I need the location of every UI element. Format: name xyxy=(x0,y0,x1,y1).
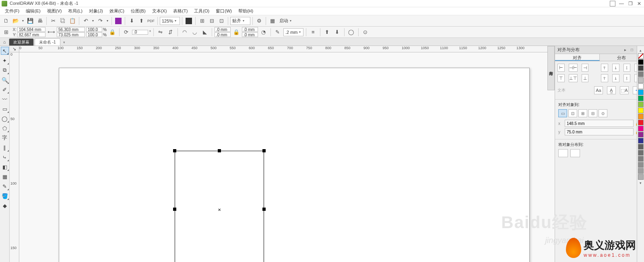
import-button[interactable]: ⬇ xyxy=(127,17,136,25)
smart-fill-tool[interactable]: ◆ xyxy=(1,202,9,210)
align-right-button[interactable]: ⊣ xyxy=(582,64,589,72)
color-swatch[interactable] xyxy=(638,71,644,77)
corner4-input[interactable]: .0 mm xyxy=(242,32,258,37)
open-button[interactable]: 📂 xyxy=(11,17,20,25)
text-first-line-button[interactable]: A̲ xyxy=(607,86,616,94)
redo-button[interactable]: ↷ xyxy=(96,17,105,25)
dist-to-page-button[interactable] xyxy=(570,149,580,157)
artistic-media-tool[interactable]: 〰 xyxy=(1,95,9,103)
menu-view[interactable]: 视图(V) xyxy=(44,7,65,15)
interactive-fill-tool[interactable]: 🪣 xyxy=(1,192,9,200)
show-guidelines-button[interactable]: ⊡ xyxy=(217,17,226,25)
home-icon[interactable]: ⌂ xyxy=(1,38,8,46)
search-content-button[interactable] xyxy=(115,18,122,24)
vertical-ruler[interactable]: 050100150 xyxy=(10,52,19,262)
center-marker[interactable]: ✕ xyxy=(218,208,221,212)
fullscreen-preview-button[interactable] xyxy=(186,18,192,24)
palette-down-icon[interactable]: ▾ xyxy=(640,181,642,185)
eyedropper-tool[interactable]: ✎ xyxy=(1,182,9,190)
new-button[interactable]: 🗋 xyxy=(2,17,10,25)
color-swatch[interactable] xyxy=(638,77,644,83)
minimize-button[interactable]: — xyxy=(618,0,625,7)
text-baseline-button[interactable]: Aa xyxy=(594,86,603,94)
show-grid-button[interactable]: ⊟ xyxy=(207,17,216,25)
paste-button[interactable]: 📋 xyxy=(68,17,77,25)
menu-edit[interactable]: 编辑(E) xyxy=(23,7,44,15)
angle-input[interactable]: .0 xyxy=(132,30,148,35)
width-input[interactable]: 56.303 mm xyxy=(57,27,85,32)
target-point[interactable]: ⊙ xyxy=(599,109,607,117)
scaley-input[interactable]: 100.0 xyxy=(86,32,102,37)
rectangle-shape[interactable] xyxy=(175,151,264,262)
target-page-edge[interactable]: ⊡ xyxy=(568,109,577,117)
color-swatch[interactable] xyxy=(638,150,644,156)
copy-button[interactable]: ⿻ xyxy=(58,17,67,25)
color-swatch[interactable] xyxy=(638,120,644,125)
dist-top-button[interactable]: ⫯ xyxy=(601,74,608,82)
dist-spacing-h-button[interactable]: ⫱ xyxy=(623,64,631,72)
menu-object[interactable]: 对象(J) xyxy=(86,7,106,15)
corner-round-button[interactable]: ◠ xyxy=(180,28,189,37)
color-swatch[interactable] xyxy=(638,83,644,89)
align-left-button[interactable]: ⊢ xyxy=(557,64,565,72)
selected-rectangle[interactable]: ✕ xyxy=(175,151,264,262)
help-icon[interactable] xyxy=(609,0,616,7)
launch-app-icon[interactable]: ▦ xyxy=(268,17,277,25)
to-back-button[interactable]: ⬇ xyxy=(333,28,342,37)
connector-tool[interactable]: ⤷ xyxy=(1,153,9,161)
target-active-objects[interactable]: ▭ xyxy=(558,109,567,117)
polygon-tool[interactable]: ⬠ xyxy=(1,124,9,132)
handle-top-right[interactable] xyxy=(262,149,266,152)
zoom-tool[interactable]: 🔍 xyxy=(1,76,9,84)
scalex-input[interactable]: 100.0 xyxy=(86,27,102,32)
menu-bitmaps[interactable]: 位图(B) xyxy=(128,7,149,15)
parallel-dim-tool[interactable]: ∥ xyxy=(1,143,9,152)
undo-button[interactable]: ↶ xyxy=(81,17,90,25)
dist-center-v-button[interactable]: ⫰ xyxy=(612,74,619,82)
color-swatch[interactable] xyxy=(638,138,644,143)
tab-align[interactable]: 对齐 xyxy=(555,54,600,61)
dist-to-selection-button[interactable] xyxy=(558,149,568,157)
height-input[interactable]: 73.025 mm xyxy=(57,32,85,37)
handle-top-mid[interactable] xyxy=(218,149,221,152)
menu-effects[interactable]: 效果(C) xyxy=(106,7,128,15)
tab-document[interactable]: 未命名 -1 xyxy=(35,38,60,46)
relative-corner-button[interactable]: ◔ xyxy=(259,28,268,37)
text-tool[interactable]: 字 xyxy=(1,134,9,142)
menu-file[interactable]: 文件(F) xyxy=(2,7,23,15)
corner2-input[interactable]: .0 mm xyxy=(215,32,231,37)
rectangle-tool[interactable]: ▭ xyxy=(1,105,9,113)
maximize-button[interactable]: ❐ xyxy=(627,0,634,7)
x-input[interactable]: 104.584 mm xyxy=(17,27,45,32)
menu-table[interactable]: 表格(T) xyxy=(170,7,191,15)
lock-ratio-button[interactable]: 🔒 xyxy=(108,28,117,37)
drop-shadow-tool[interactable]: ◧ xyxy=(1,163,9,171)
palette-up-icon[interactable]: ▴ xyxy=(640,48,642,52)
undo-dropdown[interactable]: ▾ xyxy=(91,17,95,25)
dist-left-button[interactable]: ⫯ xyxy=(601,64,608,72)
corner-lock-button[interactable]: 🔒 xyxy=(232,28,241,37)
docker-menu-icon[interactable]: ▸ xyxy=(622,47,628,53)
dist-center-h-button[interactable]: ⫰ xyxy=(612,64,619,72)
quick-custom-button[interactable]: ⊙ xyxy=(361,28,370,37)
tab-list-button[interactable]: ▾ xyxy=(61,39,68,46)
menu-help[interactable]: 帮助(H) xyxy=(235,7,256,15)
color-swatch[interactable] xyxy=(638,108,644,113)
align-center-h-button[interactable]: ⊣⊢ xyxy=(569,64,578,72)
export-button[interactable]: ⬆ xyxy=(137,17,146,25)
color-swatch[interactable] xyxy=(638,114,644,119)
shape-tool[interactable]: ✦ xyxy=(1,56,9,64)
print-button[interactable]: 🖶 xyxy=(35,17,44,25)
snap-combo[interactable]: 贴齐▾ xyxy=(230,17,250,25)
color-swatch[interactable] xyxy=(638,89,644,95)
color-swatch[interactable] xyxy=(638,144,644,150)
corner-chamfer-button[interactable]: ◣ xyxy=(200,28,209,37)
handle-top-left[interactable] xyxy=(173,149,176,152)
color-swatch[interactable] xyxy=(638,96,644,101)
corner3-input[interactable]: .0 mm xyxy=(242,27,258,32)
target-grid[interactable]: ⊟ xyxy=(588,109,597,117)
align-y-input[interactable] xyxy=(565,128,634,135)
align-center-v-button[interactable]: ⊥⊤ xyxy=(569,74,578,82)
color-swatch[interactable] xyxy=(638,102,644,107)
text-bbox-button[interactable]: ⬚A xyxy=(620,86,629,94)
